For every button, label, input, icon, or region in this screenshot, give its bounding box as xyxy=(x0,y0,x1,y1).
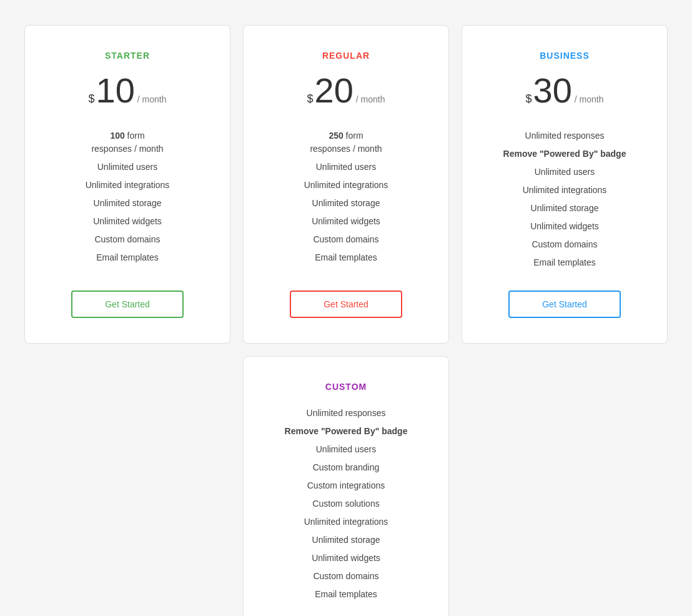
regular-plan-name: REGULAR xyxy=(322,51,370,61)
regular-feature-unlimited-widgets: Unlimited widgets xyxy=(262,212,430,231)
business-features: Unlimited responses Remove "Powered By" … xyxy=(481,127,648,272)
starter-plan-name: STARTER xyxy=(105,51,150,61)
custom-feature-unlimited-storage: Unlimited storage xyxy=(262,531,430,549)
business-feature-unlimited-widgets: Unlimited widgets xyxy=(481,217,648,236)
regular-feature-unlimited-users: Unlimited users xyxy=(262,158,430,176)
regular-feature-custom-domains: Custom domains xyxy=(262,231,430,249)
starter-features: 100 form responses / month Unlimited use… xyxy=(44,127,211,272)
starter-feature-custom-domains: Custom domains xyxy=(44,231,211,249)
starter-feature-unlimited-widgets: Unlimited widgets xyxy=(44,212,211,231)
starter-feature-unlimited-users: Unlimited users xyxy=(44,158,211,176)
regular-features: 250 form responses / month Unlimited use… xyxy=(262,127,430,272)
custom-plan-name: CUSTOM xyxy=(325,382,367,392)
starter-card: STARTER $ 10 / month 100 form responses … xyxy=(24,25,230,344)
top-row: STARTER $ 10 / month 100 form responses … xyxy=(24,25,668,344)
bottom-row: CUSTOM Unlimited responses Remove "Power… xyxy=(24,356,668,616)
regular-price-container: $ 20 / month xyxy=(307,73,385,108)
custom-feature-unlimited-integrations: Unlimited integrations xyxy=(262,513,430,531)
regular-price-period: / month xyxy=(356,94,385,104)
starter-feature-form-responses: 100 form responses / month xyxy=(44,127,211,158)
business-dollar: $ xyxy=(525,92,531,106)
business-feature-unlimited-integrations: Unlimited integrations xyxy=(481,181,648,199)
business-plan-name: BUSINESS xyxy=(540,51,590,61)
starter-form-count: 100 xyxy=(110,131,124,141)
regular-dollar: $ xyxy=(307,92,313,106)
business-feature-unlimited-storage: Unlimited storage xyxy=(481,199,648,217)
business-feature-email-templates: Email templates xyxy=(481,254,648,272)
starter-price-container: $ 10 / month xyxy=(88,73,166,108)
starter-feature-unlimited-integrations: Unlimited integrations xyxy=(44,176,211,194)
starter-responses-month: responses / month xyxy=(91,144,163,154)
regular-feature-email-templates: Email templates xyxy=(262,249,430,267)
business-feature-remove-powered-by: Remove "Powered By" badge xyxy=(481,145,648,163)
regular-card: REGULAR $ 20 / month 250 form responses … xyxy=(243,25,449,344)
business-price-amount: 30 xyxy=(533,73,572,108)
regular-form-count: 250 xyxy=(329,131,343,141)
business-get-started-button[interactable]: Get Started xyxy=(508,291,621,318)
custom-feature-unlimited-widgets: Unlimited widgets xyxy=(262,549,430,567)
regular-get-started-button[interactable]: Get Started xyxy=(290,291,402,318)
starter-price-amount: 10 xyxy=(96,73,135,108)
business-price-period: / month xyxy=(575,94,604,104)
starter-price-period: / month xyxy=(137,94,167,104)
custom-feature-unlimited-responses: Unlimited responses xyxy=(262,404,430,422)
custom-feature-custom-branding: Custom branding xyxy=(262,459,430,477)
custom-feature-custom-integrations: Custom integrations xyxy=(262,477,430,495)
starter-feature-email-templates: Email templates xyxy=(44,249,211,267)
pricing-container: STARTER $ 10 / month 100 form responses … xyxy=(12,12,680,616)
business-card: BUSINESS $ 30 / month Unlimited response… xyxy=(462,25,668,344)
custom-features: Unlimited responses Remove "Powered By" … xyxy=(262,404,430,604)
business-feature-unlimited-users: Unlimited users xyxy=(481,163,648,181)
custom-feature-email-templates: Email templates xyxy=(262,585,430,604)
business-feature-unlimited-responses: Unlimited responses xyxy=(481,127,648,145)
starter-form-text: form xyxy=(125,131,145,141)
custom-card: CUSTOM Unlimited responses Remove "Power… xyxy=(243,356,449,616)
custom-feature-custom-domains: Custom domains xyxy=(262,567,430,585)
business-price-container: $ 30 / month xyxy=(525,73,603,108)
custom-feature-unlimited-users: Unlimited users xyxy=(262,440,430,459)
regular-form-text: form xyxy=(344,131,363,141)
custom-feature-remove-powered-by: Remove "Powered By" badge xyxy=(262,422,430,440)
regular-feature-unlimited-storage: Unlimited storage xyxy=(262,194,430,212)
starter-dollar: $ xyxy=(88,92,94,106)
starter-feature-unlimited-storage: Unlimited storage xyxy=(44,194,211,212)
starter-get-started-button[interactable]: Get Started xyxy=(71,291,184,318)
business-feature-custom-domains: Custom domains xyxy=(481,236,648,254)
regular-feature-unlimited-integrations: Unlimited integrations xyxy=(262,176,430,194)
regular-feature-form-responses: 250 form responses / month xyxy=(262,127,430,158)
regular-price-amount: 20 xyxy=(315,73,353,108)
custom-feature-custom-solutions: Custom solutions xyxy=(262,495,430,513)
regular-responses-month: responses / month xyxy=(310,144,382,154)
